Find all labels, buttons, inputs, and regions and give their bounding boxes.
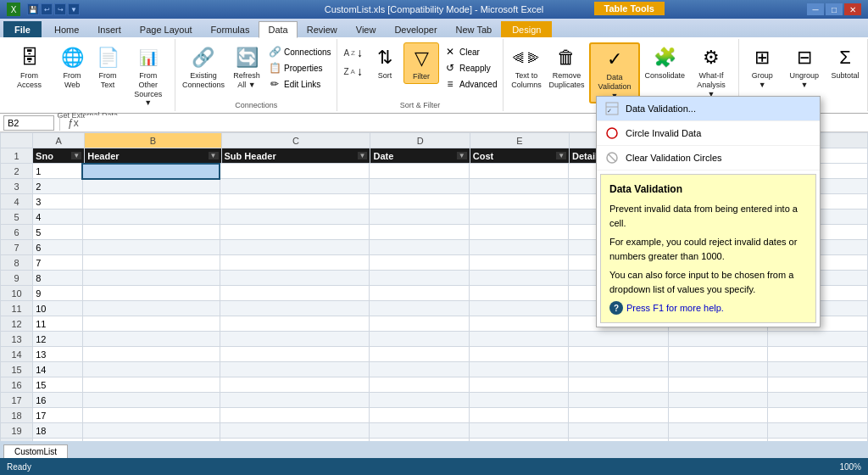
table-cell[interactable]: 1 <box>33 164 83 179</box>
table-cell[interactable] <box>370 423 470 439</box>
table-cell[interactable] <box>469 316 569 332</box>
table-cell[interactable] <box>569 393 669 408</box>
sort-button[interactable]: ⇅ Sort <box>368 42 402 82</box>
table-cell[interactable] <box>82 393 220 408</box>
table-cell[interactable] <box>668 393 768 408</box>
table-cell[interactable] <box>82 377 220 393</box>
consolidate-button[interactable]: 🧩 Consolidate <box>642 42 687 82</box>
header-date[interactable]: Date ▼ <box>370 148 470 164</box>
table-cell[interactable] <box>469 301 569 316</box>
col-header-d[interactable]: D <box>370 133 470 148</box>
tab-design[interactable]: Design <box>501 21 552 37</box>
table-cell[interactable] <box>82 332 220 347</box>
table-cell[interactable]: 10 <box>33 301 83 316</box>
col-header-a[interactable]: A <box>33 133 85 148</box>
table-cell[interactable]: 15 <box>33 377 83 393</box>
table-cell[interactable] <box>220 286 369 301</box>
table-cell[interactable] <box>768 332 868 347</box>
maximize-button[interactable]: □ <box>826 3 843 15</box>
table-cell[interactable] <box>370 332 470 347</box>
table-cell[interactable] <box>220 194 369 210</box>
table-cell[interactable] <box>370 210 470 225</box>
table-cell[interactable] <box>469 210 569 225</box>
table-cell[interactable] <box>220 225 369 240</box>
filter-arrow-sno[interactable]: ▼ <box>71 152 81 159</box>
table-cell[interactable] <box>82 362 220 377</box>
table-cell[interactable] <box>469 408 569 423</box>
table-cell[interactable] <box>220 255 369 271</box>
table-cell[interactable] <box>82 210 220 225</box>
table-cell[interactable] <box>82 423 220 439</box>
table-cell[interactable]: 14 <box>33 362 83 377</box>
table-cell[interactable] <box>82 347 220 362</box>
table-cell[interactable] <box>569 347 669 362</box>
table-cell[interactable] <box>569 423 669 439</box>
sort-desc-button[interactable]: ZA↓ <box>340 63 366 80</box>
tab-new-tab[interactable]: New Tab <box>447 21 502 37</box>
tab-home[interactable]: Home <box>45 21 88 37</box>
tab-file[interactable]: File <box>3 21 42 37</box>
table-cell[interactable] <box>370 316 470 332</box>
undo-icon[interactable]: ↩ <box>41 3 53 15</box>
table-cell[interactable] <box>370 377 470 393</box>
table-cell[interactable] <box>82 225 220 240</box>
tab-data[interactable]: Data <box>259 21 297 38</box>
circle-invalid-menu-item[interactable]: Circle Invalid Data <box>597 121 820 146</box>
table-cell[interactable] <box>469 286 569 301</box>
remove-duplicates-button[interactable]: 🗑 RemoveDuplicates <box>546 42 587 92</box>
tab-developer[interactable]: Developer <box>385 21 446 37</box>
group-button[interactable]: ⊞ Group ▼ <box>744 42 781 92</box>
table-cell[interactable] <box>569 408 669 423</box>
properties-button[interactable]: 📋 Properties <box>265 60 334 75</box>
table-cell[interactable] <box>469 271 569 286</box>
header-cost[interactable]: Cost ▼ <box>470 148 569 164</box>
what-if-button[interactable]: ⚙ What-IfAnalysis ▼ <box>689 42 732 100</box>
table-cell[interactable] <box>370 179 470 194</box>
table-cell[interactable] <box>220 423 369 439</box>
table-cell[interactable] <box>469 164 569 179</box>
table-cell[interactable] <box>220 271 369 286</box>
edit-links-button[interactable]: ✏ Edit Links <box>265 76 334 92</box>
filter-arrow-header[interactable]: ▼ <box>209 152 219 159</box>
table-cell[interactable] <box>768 362 868 377</box>
table-cell[interactable] <box>370 271 470 286</box>
redo-icon[interactable]: ↪ <box>54 3 66 15</box>
tab-formulas[interactable]: Formulas <box>202 21 259 37</box>
table-cell[interactable] <box>469 362 569 377</box>
save-icon[interactable]: 💾 <box>27 3 39 15</box>
table-cell[interactable] <box>469 240 569 255</box>
table-cell[interactable]: 8 <box>33 271 83 286</box>
filter-arrow-date[interactable]: ▼ <box>457 152 467 159</box>
table-cell[interactable] <box>469 255 569 271</box>
table-cell[interactable] <box>220 240 369 255</box>
table-cell[interactable] <box>220 210 369 225</box>
table-cell[interactable]: 12 <box>33 332 83 347</box>
col-header-b[interactable]: B <box>85 133 221 148</box>
formula-fx-icon[interactable]: ƒx <box>65 116 81 130</box>
table-cell[interactable] <box>220 362 369 377</box>
reapply-button[interactable]: ↺ Reapply <box>441 60 499 75</box>
table-cell[interactable]: 7 <box>33 255 83 271</box>
header-header[interactable]: Header ▼ <box>85 148 221 164</box>
table-cell[interactable] <box>82 316 220 332</box>
table-cell[interactable] <box>469 225 569 240</box>
table-cell[interactable] <box>220 179 369 194</box>
tab-page-layout[interactable]: Page Layout <box>131 21 202 37</box>
table-cell[interactable] <box>82 301 220 316</box>
table-cell[interactable] <box>469 332 569 347</box>
table-cell[interactable]: 4 <box>33 210 83 225</box>
table-cell[interactable] <box>370 408 470 423</box>
table-cell[interactable]: 18 <box>33 423 83 439</box>
table-cell[interactable] <box>469 393 569 408</box>
table-cell[interactable] <box>220 393 369 408</box>
table-cell[interactable] <box>82 194 220 210</box>
cell-reference-box[interactable]: B2 <box>3 115 54 131</box>
from-text-button[interactable]: 📄 FromText <box>91 42 125 92</box>
table-cell[interactable] <box>370 347 470 362</box>
table-cell[interactable] <box>370 301 470 316</box>
table-cell[interactable]: 11 <box>33 316 83 332</box>
clear-circles-menu-item[interactable]: Clear Validation Circles <box>597 146 820 170</box>
table-cell[interactable] <box>668 347 768 362</box>
table-cell[interactable] <box>220 164 369 179</box>
table-cell[interactable] <box>768 377 868 393</box>
